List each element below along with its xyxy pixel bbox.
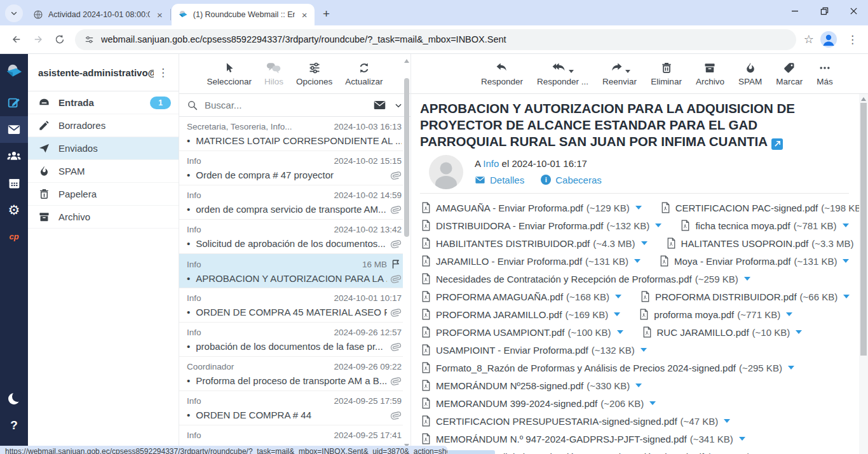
attachment-menu-caret[interactable] [641, 348, 647, 352]
archive-button[interactable]: Archivo [696, 60, 724, 86]
attachment-item[interactable]: USAMPIOINT - Enviar Proforma.pdf(~132 KB… [421, 344, 647, 356]
message-row[interactable]: Info16 MB•APROBACION Y AUTORIZACION PARA… [179, 254, 403, 288]
folder-papelera[interactable]: Papelera [28, 183, 179, 206]
attachment-item[interactable]: PROFORMA AMAGUAÑA.pdf(~168 KB) [421, 291, 621, 302]
taskmenu-calendar[interactable] [0, 170, 28, 196]
attachment-item[interactable]: digital Autorización y et proclamación-s… [420, 450, 763, 454]
message-row[interactable]: Info2024-09-25 17:59•ORDEN DE COMPRA # 4… [179, 391, 403, 425]
attachment-item[interactable]: PROFORMA JARAMILLO.pdf(~169 KB) [421, 309, 620, 320]
attachment-item[interactable]: MEMORÁNDUM Nº258-signed.pdf(~330 KB) [421, 380, 642, 391]
scrollbar-thumb[interactable] [860, 103, 867, 356]
folder-entrada[interactable]: Entrada 1 [28, 91, 179, 114]
attachment-item[interactable]: proforma moya.pdf(~771 KB) [639, 309, 792, 320]
attachment-menu-caret[interactable] [655, 224, 661, 227]
minimize-button[interactable] [780, 0, 810, 22]
scroll-up-arrow[interactable] [404, 59, 409, 63]
message-row[interactable]: Info2024-09-26 12:57•probación de los do… [179, 323, 403, 357]
message-row[interactable]: Info2024-10-02 13:42•Solicitud de aproba… [179, 220, 403, 254]
compose-button[interactable] [0, 90, 28, 116]
restore-button[interactable] [810, 0, 839, 22]
attachment-item[interactable]: Necesidades de Contratación y Recepción … [421, 273, 750, 284]
browser-menu-icon[interactable]: ⋮ [843, 33, 862, 46]
dropdown-caret-icon[interactable] [625, 70, 630, 73]
attachment-menu-caret[interactable] [615, 295, 621, 298]
taskmenu-mail[interactable] [0, 116, 28, 143]
search-options-chevron-icon[interactable] [394, 101, 403, 110]
message-row[interactable]: Secretaria, Tesoreria, Info...2024-10-03… [179, 117, 403, 151]
back-button[interactable] [6, 29, 27, 50]
attachment-item[interactable]: RUC JARAMILLO.pdf(~10 KB) [642, 326, 803, 338]
attachment-menu-caret[interactable] [744, 277, 750, 281]
url-field[interactable]: webmail.sanjuan.gob.ec/cpsess8592294337/… [75, 29, 796, 50]
taskmenu-cpanel[interactable]: cp [0, 223, 28, 250]
tab-close-icon[interactable]: × [300, 10, 309, 20]
attachment-item[interactable]: AMAGUAÑA - Enviar Proforma.pdf(~129 KB) [421, 202, 642, 213]
attachment-menu-caret[interactable] [641, 241, 648, 245]
message-row[interactable]: Info2024-10-01 10:17•ORDEN DE COMPRA 45 … [179, 288, 403, 323]
scrollbar-thumb[interactable] [404, 78, 409, 237]
options-button[interactable]: Opciones [296, 60, 332, 86]
browser-tab-activity[interactable]: Actividad 2024-10-01 08:00:00 × [27, 4, 170, 25]
forward-button[interactable] [28, 29, 48, 50]
reload-button[interactable] [50, 29, 70, 50]
site-info-icon[interactable] [84, 34, 95, 45]
dark-mode-toggle[interactable] [0, 385, 28, 412]
attachment-item[interactable]: CERTIFICACION PRESUPUESTARIA-signed-sign… [421, 415, 730, 427]
attachment-menu-caret[interactable] [786, 312, 792, 316]
attachment-item[interactable]: MEMORÁNDUM N.º 947-2024-GADPRSJ-PJFT-sig… [421, 433, 745, 444]
attachment-item[interactable]: ficha tecnica moya.pdf(~781 KB) [681, 220, 848, 231]
attachment-menu-caret[interactable] [843, 259, 849, 263]
taskmenu-settings[interactable]: ⚙ [0, 196, 28, 223]
attachment-menu-caret[interactable] [617, 330, 623, 334]
new-tab-button[interactable]: + [318, 6, 335, 22]
tab-search-button[interactable] [5, 4, 23, 22]
attachment-menu-caret[interactable] [724, 419, 730, 423]
profile-avatar[interactable] [820, 31, 837, 48]
tab-close-icon[interactable]: × [155, 10, 165, 20]
attachment-item[interactable]: PROFORMA USAMPIONT.pdf(~100 KB) [421, 326, 623, 338]
attachment-menu-caret[interactable] [796, 330, 802, 334]
delete-button[interactable]: Eliminar [651, 60, 682, 86]
message-row[interactable]: Info2024-10-02 15:15•Orden de compra # 4… [179, 151, 403, 185]
message-row[interactable]: Info2024-10-02 14:59•orden de compra ser… [179, 185, 403, 220]
forward-button[interactable]: Reenviar [602, 60, 637, 86]
attachment-item[interactable]: Moya - Enviar Proforma.pdf(~131 KB) [660, 255, 849, 267]
attachment-menu-caret[interactable] [635, 206, 642, 210]
message-row[interactable]: Coordinador2024-09-26 09:22•Proforma del… [179, 357, 403, 391]
threads-button[interactable]: Hilos [264, 60, 283, 86]
recipient-link[interactable]: Info [483, 158, 499, 169]
headers-toggle[interactable]: i Cabeceras [541, 175, 602, 185]
attachment-item[interactable]: JARAMILLO - Enviar Proforma.pdf(~131 KB) [421, 255, 641, 267]
attachment-menu-caret[interactable] [649, 401, 656, 405]
reply-button[interactable]: Responder [481, 60, 523, 86]
bookmark-star-icon[interactable]: ☆ [804, 32, 814, 46]
folder-borradores[interactable]: Borradores [28, 114, 179, 137]
search-bar[interactable]: Buscar... [179, 94, 410, 117]
attachment-menu-caret[interactable] [788, 366, 794, 370]
taskmenu-contacts[interactable] [0, 143, 28, 170]
spam-button[interactable]: SPAM [738, 60, 762, 86]
refresh-button[interactable]: Actualizar [345, 60, 383, 86]
close-button[interactable] [839, 0, 868, 22]
folder-spam[interactable]: SPAM [28, 160, 179, 183]
attachment-item[interactable]: DISTRIBUIDORA - Enviar Proforma.pdf(~132… [421, 220, 661, 231]
account-menu-icon[interactable]: ⋮ [154, 66, 172, 79]
attachment-menu-caret[interactable] [739, 437, 745, 441]
attachment-menu-caret[interactable] [843, 224, 849, 227]
details-toggle[interactable]: Detalles [475, 175, 524, 185]
select-button[interactable]: Seleccionar [207, 60, 252, 86]
message-scrollbar[interactable] [859, 94, 868, 454]
mark-button[interactable]: Marcar [776, 60, 803, 86]
browser-tab-roundcube[interactable]: (1) Roundcube Webmail :: Envia × [172, 4, 315, 25]
folder-archivo[interactable]: Archivo [28, 206, 179, 229]
external-link-icon[interactable] [771, 138, 783, 150]
dropdown-caret-icon[interactable] [569, 70, 574, 73]
attachment-menu-caret[interactable] [614, 312, 620, 316]
attachment-item[interactable]: Formato_8_Razón de Proformas y Análisis … [421, 362, 794, 373]
more-button[interactable]: Más [817, 60, 833, 86]
attachment-item[interactable]: CERTIFICACION PAC-signed.pdf(~198 KB) [661, 202, 868, 213]
attachment-item[interactable]: HALITANTES USOPROIN.pdf(~3.3 MB) [667, 237, 866, 249]
search-scope-mail-icon[interactable] [373, 98, 386, 112]
list-scrollbar[interactable] [403, 54, 410, 454]
attachment-menu-caret[interactable] [634, 259, 641, 263]
